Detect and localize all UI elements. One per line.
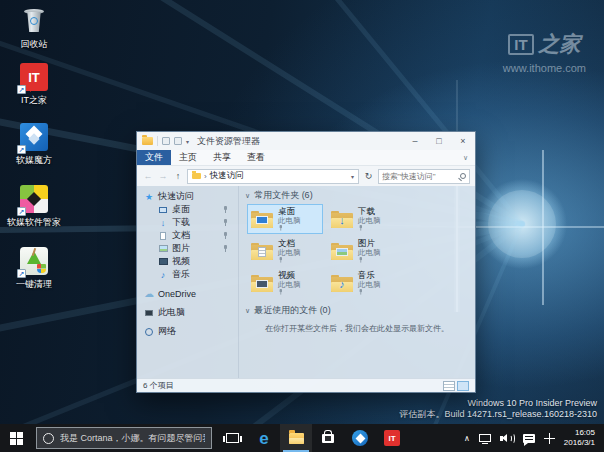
store-button[interactable] xyxy=(312,424,344,452)
collapse-icon[interactable]: ∨ xyxy=(245,192,250,200)
folder-tile-pictures[interactable]: 图片此电脑 xyxy=(327,236,403,266)
ithome-url: www.ithome.com xyxy=(503,62,586,74)
sidebar-item-quick-access[interactable]: ★快速访问 xyxy=(137,190,238,203)
folder-content-pane: ∨ 常用文件夹 (6) 桌面此电脑 ↓ 下载此电脑 文档此电脑 xyxy=(239,186,475,378)
ribbon-tabs: 文件 主页 共享 查看 ∨ xyxy=(137,150,475,166)
desktop-icon-label: 一键清理 xyxy=(3,279,65,289)
tab-file[interactable]: 文件 xyxy=(137,150,171,165)
back-button[interactable]: ← xyxy=(142,171,154,181)
edge-button[interactable]: e xyxy=(248,424,280,452)
folder-location: 此电脑 xyxy=(278,216,301,225)
frequent-folders-header[interactable]: ∨ 常用文件夹 (6) xyxy=(245,189,469,202)
sidebar-item-onedrive[interactable]: ☁OneDrive xyxy=(137,287,238,300)
recent-files-title: 最近使用的文件 (0) xyxy=(254,304,331,317)
windows-logo-icon xyxy=(10,432,23,445)
sidebar-item-label: 音乐 xyxy=(172,268,190,281)
breadcrumb-arrow-icon: › xyxy=(204,172,207,181)
sidebar-item-desktop[interactable]: 桌面 xyxy=(137,203,238,216)
pin-icon xyxy=(358,289,364,295)
desktop-icon-ithome[interactable]: IT↗ IT之家 xyxy=(3,62,65,105)
desktop-icon-one-key-clean[interactable]: ↗ 一键清理 xyxy=(3,246,65,289)
ithome-icon: IT xyxy=(384,430,400,446)
folder-location: 此电脑 xyxy=(358,280,381,289)
items-count: 6 个项目 xyxy=(143,380,174,391)
desktop-icon-label: 软媒软件管家 xyxy=(3,217,65,227)
clock[interactable]: 16:05 2016/3/1 xyxy=(564,428,595,448)
folder-location: 此电脑 xyxy=(278,248,301,257)
folder-location: 此电脑 xyxy=(278,280,301,289)
start-button[interactable] xyxy=(0,424,32,452)
file-explorer-button[interactable] xyxy=(280,424,312,452)
software-manager-icon: ↗ xyxy=(19,184,49,214)
sidebar-item-pictures[interactable]: 图片 xyxy=(137,242,238,255)
address-dropdown-icon[interactable]: ▾ xyxy=(351,173,354,180)
one-key-clean-icon: ↗ xyxy=(19,246,49,276)
folder-tile-music[interactable]: ♪ 音乐此电脑 xyxy=(327,268,403,298)
cortana-search-box[interactable]: 我是 Cortana，小娜。有问题尽管问我。 xyxy=(36,427,212,449)
sidebar-item-this-pc[interactable]: 此电脑 xyxy=(137,306,238,319)
ruanmei-cube-icon xyxy=(352,430,368,446)
folder-tile-desktop[interactable]: 桌面此电脑 xyxy=(247,204,323,234)
minimize-button[interactable]: – xyxy=(403,132,427,150)
tab-share[interactable]: 共享 xyxy=(205,150,239,165)
sidebar-item-label: OneDrive xyxy=(158,289,196,299)
recent-files-empty-message: 在你打开某些文件后，我们会在此处显示最新文件。 xyxy=(245,317,469,334)
maximize-button[interactable]: □ xyxy=(427,132,451,150)
expand-ribbon-icon[interactable]: ∨ xyxy=(463,150,475,165)
qat-new-folder-icon[interactable] xyxy=(174,137,182,145)
up-button[interactable]: ↑ xyxy=(172,171,184,181)
feedback-tray-icon[interactable] xyxy=(523,434,535,443)
folder-tile-documents[interactable]: 文档此电脑 xyxy=(247,236,323,266)
videos-folder-icon xyxy=(251,275,273,292)
network-tray-icon[interactable] xyxy=(479,434,491,442)
clock-time: 16:05 xyxy=(564,428,595,438)
sidebar-item-videos[interactable]: 视频 xyxy=(137,255,238,268)
volume-tray-icon[interactable] xyxy=(500,433,514,444)
breadcrumb-location[interactable]: 快速访问 xyxy=(210,170,244,182)
documents-folder-icon xyxy=(251,243,273,260)
input-indicator-tray-icon[interactable] xyxy=(544,433,555,444)
pin-icon xyxy=(222,232,229,240)
desktop-icon-software-manager[interactable]: ↗ 软媒软件管家 xyxy=(3,184,65,227)
ithome-watermark: IT 之家 www.ithome.com xyxy=(503,30,586,74)
folder-name: 桌面 xyxy=(278,207,301,216)
details-view-toggle[interactable] xyxy=(443,381,455,391)
qat-dropdown-icon[interactable]: ▾ xyxy=(186,138,189,145)
folder-name: 下载 xyxy=(358,207,381,216)
task-view-icon xyxy=(226,433,239,443)
show-hidden-icons-button[interactable]: ∧ xyxy=(464,434,470,443)
ithome-button[interactable]: IT xyxy=(376,424,408,452)
sidebar-item-label: 桌面 xyxy=(172,203,190,216)
onedrive-cloud-icon: ☁ xyxy=(144,289,154,299)
tab-view[interactable]: 查看 xyxy=(239,150,273,165)
task-view-button[interactable] xyxy=(216,424,248,452)
pictures-folder-icon xyxy=(331,243,353,260)
sidebar-item-network[interactable]: 网络 xyxy=(137,325,238,338)
forward-button[interactable]: → xyxy=(157,171,169,181)
ruanmei-cube-button[interactable] xyxy=(344,424,376,452)
address-box[interactable]: › 快速访问 ▾ xyxy=(187,169,359,184)
sidebar-item-music[interactable]: ♪音乐 xyxy=(137,268,238,281)
thumbnail-view-toggle[interactable] xyxy=(457,381,469,391)
qat-properties-icon[interactable] xyxy=(162,137,170,145)
recent-files-header[interactable]: ∨ 最近使用的文件 (0) xyxy=(245,304,469,317)
folder-tile-videos[interactable]: 视频此电脑 xyxy=(247,268,323,298)
pictures-folder-icon xyxy=(158,244,168,254)
shortcut-arrow-icon: ↗ xyxy=(17,207,26,216)
close-button[interactable]: × xyxy=(451,132,475,150)
tab-home[interactable]: 主页 xyxy=(171,150,205,165)
collapse-icon[interactable]: ∨ xyxy=(245,307,250,315)
videos-folder-icon xyxy=(158,257,168,267)
folder-tile-downloads[interactable]: ↓ 下载此电脑 xyxy=(327,204,403,234)
search-input[interactable] xyxy=(382,172,458,181)
refresh-button[interactable]: ↻ xyxy=(362,171,375,181)
sidebar-item-documents[interactable]: 文档 xyxy=(137,229,238,242)
desktop-folder-icon xyxy=(158,205,168,215)
search-box[interactable] xyxy=(378,169,470,184)
star-icon: ★ xyxy=(144,192,154,202)
desktop-icon-recycle-bin[interactable]: 回收站 xyxy=(3,6,65,49)
desktop-icon-ruanmei-cube[interactable]: ↗ 软媒魔方 xyxy=(3,122,65,165)
pin-icon xyxy=(222,206,229,214)
sidebar-item-downloads[interactable]: ↓下载 xyxy=(137,216,238,229)
title-bar[interactable]: ▾ 文件资源管理器 – □ × xyxy=(137,132,475,150)
